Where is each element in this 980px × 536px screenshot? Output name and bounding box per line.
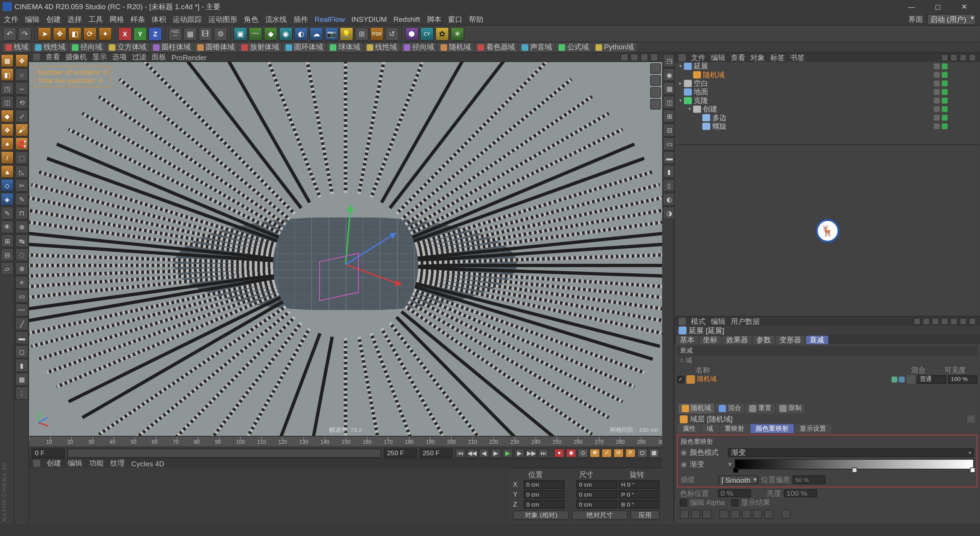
layer-tab-2[interactable]: 重置 (746, 403, 775, 413)
layer-tab-3[interactable]: 限制 (776, 403, 805, 413)
model-mode-button[interactable]: ◧ (1, 68, 14, 81)
cp-icon-8[interactable] (764, 510, 774, 519)
field-toolbar-9[interactable]: 线性域 (364, 42, 400, 52)
render-settings-button[interactable]: ⚙ (214, 27, 227, 41)
scale-tool[interactable]: ◧ (68, 27, 82, 41)
am-tab-2[interactable]: 效果器 (722, 335, 752, 344)
brush-tool[interactable]: 🖌 (15, 123, 28, 136)
menu-item-10[interactable]: 角色 (244, 14, 258, 24)
knot-pos-field[interactable]: 50 % (793, 476, 826, 484)
gradient-editor[interactable] (735, 459, 974, 470)
cp-icon-1[interactable] (680, 510, 689, 519)
color-mode-combo[interactable]: 渐变 (728, 448, 974, 457)
vp-menu-0[interactable]: 查看 (46, 52, 60, 62)
window-maximize-button[interactable]: ◻ (924, 2, 951, 11)
om-row-3[interactable]: 地面 (675, 88, 980, 96)
coord-mode-2-combo[interactable]: 绝对尺寸 (572, 510, 628, 520)
primitive-button[interactable]: ▣ (234, 27, 247, 41)
field-toolbar-6[interactable]: 放射体域 (239, 42, 282, 52)
menu-item-5[interactable]: 网格 (109, 14, 124, 24)
make-editable-button[interactable]: ▦ (1, 54, 14, 67)
show-result-checkbox[interactable] (732, 499, 739, 506)
field-toolbar-15[interactable]: Python域 (593, 42, 637, 52)
mat-tab-4[interactable]: Cycles 4D (131, 459, 164, 467)
brightness-field[interactable]: 100 % (784, 489, 817, 497)
field-toolbar-1[interactable]: 线性域 (32, 42, 68, 52)
cycles-button[interactable]: CY (420, 27, 434, 41)
next-frame-button[interactable]: ▶ (514, 448, 525, 458)
menu-item-1[interactable]: 编辑 (25, 14, 39, 24)
window-close-button[interactable]: ✕ (951, 2, 977, 11)
prev-key-button[interactable]: ◀◀ (467, 448, 478, 458)
volume-button[interactable]: ◉ (279, 27, 293, 41)
uv-poly-button[interactable]: ◈ (1, 193, 14, 206)
fps-field[interactable]: 250 F (420, 448, 452, 458)
light-button[interactable]: 💡 (340, 27, 353, 41)
knife-tool[interactable]: ✂ (15, 179, 28, 192)
menu-item-11[interactable]: 流水线 (265, 14, 287, 24)
field-blend-combo[interactable]: 普通 (917, 375, 946, 383)
am-menu-1[interactable]: 编辑 (711, 317, 725, 326)
field-toolbar-10[interactable]: 径向域 (401, 42, 436, 52)
am-menu-0[interactable]: 模式 (691, 317, 706, 326)
cp-icon-5[interactable] (731, 510, 740, 519)
field-toolbar-4[interactable]: 圆柱体域 (150, 42, 193, 52)
menu-item-16[interactable]: 脚本 (427, 14, 441, 24)
field-toolbar-7[interactable]: 圆环体域 (283, 42, 326, 52)
vp-menu-4[interactable]: 过滤 (132, 52, 147, 62)
close-hole-tool[interactable]: ◌ (15, 248, 28, 261)
vp-dolly-icon[interactable] (650, 75, 661, 86)
goto-start-button[interactable]: ⏮ (455, 448, 466, 458)
rotate-tool-2[interactable]: ⟲ (15, 96, 28, 109)
om-menu-2[interactable]: 查看 (731, 52, 745, 62)
weld-tool[interactable]: ⊕ (15, 220, 28, 233)
am-tab-4[interactable]: 变形器 (776, 335, 805, 344)
menu-item-12[interactable]: 插件 (294, 14, 308, 24)
spline-button[interactable]: 〰 (248, 27, 262, 41)
field-visibility-field[interactable]: 100 % (948, 375, 977, 383)
menu-item-2[interactable]: 创建 (46, 14, 61, 24)
bevel-tool[interactable]: ◺ (15, 165, 28, 178)
axis-x-toggle[interactable]: X (118, 27, 132, 41)
keyframe-sel-button[interactable]: ◇ (578, 448, 588, 458)
frame-start-field[interactable]: 0 F (32, 448, 65, 458)
om-row-0[interactable]: ▾延展 (675, 62, 980, 70)
slide-tool[interactable]: ↹ (15, 234, 28, 247)
edge-mode-button[interactable]: / (1, 151, 14, 164)
menu-item-3[interactable]: 选择 (67, 14, 82, 24)
play-fwd-button[interactable]: ▶ (503, 448, 513, 458)
vp-menu-2[interactable]: 显示 (92, 52, 107, 62)
am-tab-5[interactable]: 衰减 (806, 335, 828, 344)
live-select-tool[interactable]: ✥ (15, 54, 28, 67)
camera-button[interactable]: 📷 (325, 27, 338, 41)
scale-tool-2[interactable]: ⤢ (15, 109, 28, 123)
workplane-button[interactable]: ▱ (1, 262, 14, 275)
tweak-button[interactable]: ✎ (1, 206, 14, 219)
menu-item-9[interactable]: 运动图形 (208, 14, 237, 24)
cp-icon-7[interactable] (753, 510, 762, 519)
field-toolbar-0[interactable]: 线域 (3, 42, 31, 52)
am-tab-3[interactable]: 参数 (753, 335, 775, 344)
menu-item-18[interactable]: 帮助 (469, 14, 483, 24)
xparticles-button[interactable]: ✳ (451, 27, 464, 41)
key-pla-button[interactable]: ◻ (637, 448, 648, 458)
om-row-2[interactable]: ▸空白 (675, 79, 980, 88)
field-toolbar-5[interactable]: 圆锥体域 (194, 42, 237, 52)
reset-psr-button[interactable]: ↺ (385, 27, 399, 41)
am-tab-0[interactable]: 基本 (676, 335, 699, 344)
menu-item-7[interactable]: 体积 (152, 14, 166, 24)
menu-item-14[interactable]: INSYDIUM (351, 15, 387, 23)
om-menu-3[interactable]: 对象 (750, 52, 765, 62)
viewport-solo-button[interactable]: 👁 (1, 220, 14, 233)
om-menu-0[interactable]: 文件 (691, 52, 706, 62)
window-minimize-button[interactable]: — (898, 3, 924, 11)
layer-search-icon[interactable] (967, 415, 975, 423)
texture-mode-button[interactable]: ◳ (1, 82, 14, 95)
menu-item-17[interactable]: 窗口 (448, 14, 462, 24)
om-row-1[interactable]: 随机域 (675, 70, 980, 79)
vp-pan-icon[interactable] (650, 63, 661, 74)
axis-y-toggle[interactable]: Y (133, 27, 147, 41)
field-toolbar-11[interactable]: 随机域 (438, 42, 474, 52)
am-menu-2[interactable]: 用户数据 (731, 317, 760, 326)
edit-alpha-checkbox[interactable] (680, 499, 687, 506)
